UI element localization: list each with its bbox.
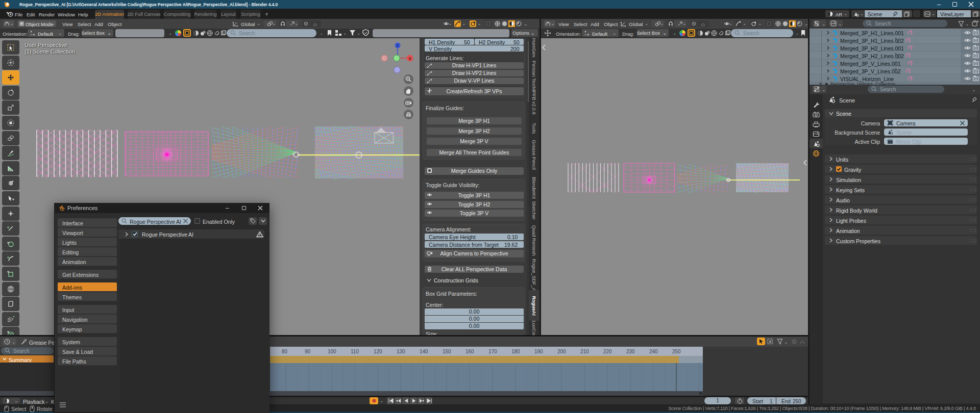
svg-text:NONE: NONE (7, 288, 14, 291)
svg-text:X: X (408, 56, 411, 61)
svg-text:Z: Z (397, 43, 399, 48)
